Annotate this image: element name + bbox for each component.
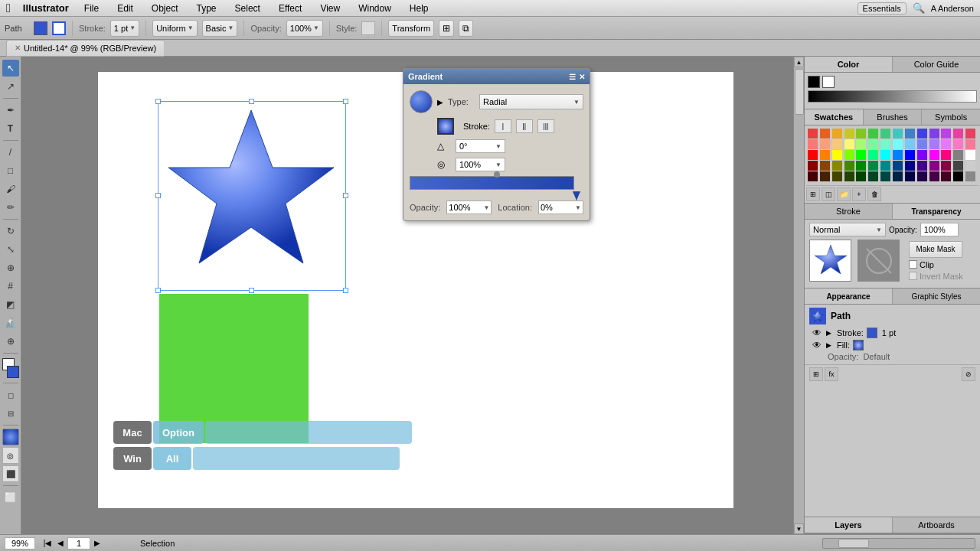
- swatch-cell[interactable]: [832, 171, 842, 181]
- swatches-tool-2[interactable]: ◫: [822, 187, 835, 201]
- screen-mode-btn[interactable]: ⊟: [2, 405, 19, 422]
- gradient-bar[interactable]: [410, 176, 574, 190]
- blend-mode-dropdown[interactable]: Normal ▼: [809, 223, 886, 236]
- swatch-cell[interactable]: [868, 161, 878, 171]
- swatch-cell[interactable]: [953, 150, 963, 160]
- opacity-dropdown[interactable]: 100% ▼: [286, 20, 323, 37]
- pen-tool[interactable]: ✒: [2, 102, 19, 119]
- swatches-tool-1[interactable]: ⊞: [806, 187, 820, 201]
- handle-mr[interactable]: [343, 193, 348, 198]
- swatch-cell[interactable]: [965, 150, 975, 160]
- blend-tool[interactable]: ⊕: [2, 259, 19, 276]
- swatch-cell[interactable]: [929, 139, 939, 149]
- black-swatch[interactable]: [808, 76, 820, 88]
- swatch-cell[interactable]: [917, 161, 927, 171]
- tab-color[interactable]: Color: [805, 57, 893, 72]
- swatch-cell[interactable]: [893, 150, 903, 160]
- swatch-cell[interactable]: [844, 139, 854, 149]
- swatch-cell[interactable]: [868, 129, 878, 139]
- trans-opacity-input[interactable]: 100%: [920, 223, 959, 236]
- stroke-eye[interactable]: 👁: [812, 328, 823, 338]
- canvas-scrollbar-v[interactable]: ▲ ▼: [793, 57, 804, 534]
- swatch-cell[interactable]: [905, 129, 915, 139]
- menu-effect[interactable]: Effect: [276, 3, 305, 14]
- mesh-tool[interactable]: #: [2, 278, 19, 295]
- swatches-tool-4[interactable]: +: [852, 187, 866, 201]
- gradient-arrows[interactable]: ▶: [437, 98, 443, 106]
- swatch-cell[interactable]: [868, 171, 878, 181]
- brush-tool[interactable]: 🖌: [2, 181, 19, 197]
- tab-graphic-styles[interactable]: Graphic Styles: [893, 289, 980, 304]
- scrollbar-up-arrow[interactable]: ▲: [794, 57, 804, 67]
- fill-eye[interactable]: 👁: [812, 340, 823, 350]
- swatch-cell[interactable]: [953, 139, 963, 149]
- gradient-tool[interactable]: ◩: [2, 296, 19, 313]
- menu-window[interactable]: Window: [355, 3, 394, 14]
- gradient-location-input[interactable]: 0% ▼: [538, 201, 583, 214]
- menu-select[interactable]: Select: [232, 3, 263, 14]
- page-input[interactable]: [67, 537, 90, 549]
- handle-bl[interactable]: [155, 288, 161, 293]
- swatch-cell[interactable]: [820, 129, 830, 139]
- app-tool-2[interactable]: fx: [825, 367, 838, 381]
- gradient-panel-titlebar[interactable]: Gradient ☰ ✕: [403, 69, 590, 84]
- swatch-cell[interactable]: [868, 139, 878, 149]
- menu-edit[interactable]: Edit: [114, 3, 136, 14]
- swatch-cell[interactable]: [941, 139, 951, 149]
- gradient-stop-end[interactable]: [573, 191, 580, 201]
- type-tool[interactable]: T: [2, 120, 19, 137]
- line-tool[interactable]: /: [2, 144, 19, 161]
- stroke-triangle[interactable]: ▶: [826, 329, 834, 337]
- scrollbar-down-arrow[interactable]: ▼: [794, 523, 804, 534]
- swatch-cell[interactable]: [965, 171, 975, 181]
- swatch-cell[interactable]: [893, 129, 903, 139]
- swatch-cell[interactable]: [965, 161, 975, 171]
- tab-color-guide[interactable]: Color Guide: [893, 57, 980, 72]
- doc-close-btn[interactable]: ✕: [15, 44, 21, 52]
- menu-file[interactable]: File: [81, 3, 102, 14]
- swatch-cell[interactable]: [965, 129, 975, 139]
- h-scrollbar[interactable]: [822, 538, 975, 549]
- swatch-cell[interactable]: [832, 161, 842, 171]
- swatch-cell[interactable]: [965, 139, 975, 149]
- direct-select-tool[interactable]: ↗: [2, 78, 19, 95]
- swatch-cell[interactable]: [820, 150, 830, 160]
- swatch-cell[interactable]: [808, 171, 818, 181]
- swatch-cell[interactable]: [929, 171, 939, 181]
- select-tool[interactable]: ↖: [2, 60, 19, 77]
- tab-transparency[interactable]: Transparency: [893, 204, 980, 219]
- menu-help[interactable]: Help: [407, 3, 432, 14]
- clip-checkbox[interactable]: [909, 260, 917, 269]
- swatch-cell[interactable]: [844, 161, 854, 171]
- swatch-cell[interactable]: [856, 129, 866, 139]
- fill-triangle[interactable]: ▶: [826, 341, 834, 349]
- swatch-cell[interactable]: [917, 150, 927, 160]
- swatch-cell[interactable]: [844, 171, 854, 181]
- swatch-cell[interactable]: [953, 129, 963, 139]
- swatch-cell[interactable]: [868, 150, 878, 160]
- swatch-cell[interactable]: [820, 139, 830, 149]
- invert-checkbox[interactable]: [909, 272, 917, 280]
- angle-input[interactable]: 0° ▼: [456, 139, 505, 153]
- tab-layers[interactable]: Layers: [805, 517, 893, 533]
- align-button[interactable]: ⊞: [439, 20, 454, 37]
- stroke-btn-3[interactable]: |||: [537, 119, 554, 133]
- handle-tr[interactable]: [343, 99, 348, 104]
- swatch-cell[interactable]: [832, 150, 842, 160]
- swatch-cell[interactable]: [929, 161, 939, 171]
- swatch-cell[interactable]: [905, 161, 915, 171]
- swatch-cell[interactable]: [856, 161, 866, 171]
- swatch-cell[interactable]: [808, 139, 818, 149]
- swatch-cell[interactable]: [880, 171, 890, 181]
- swatch-cell[interactable]: [953, 171, 963, 181]
- swatches-tool-3[interactable]: 📁: [837, 187, 851, 201]
- first-page-btn[interactable]: |◀: [41, 537, 54, 549]
- artboard-tool[interactable]: ⬜: [2, 489, 19, 506]
- swatch-cell[interactable]: [880, 150, 890, 160]
- zoom-tool[interactable]: ⊕: [2, 333, 19, 350]
- swatch-cell[interactable]: [917, 139, 927, 149]
- gradient-chip[interactable]: [2, 429, 19, 445]
- swatch-cell[interactable]: [832, 139, 842, 149]
- symbol-chip2[interactable]: ⬛: [2, 465, 19, 482]
- tab-symbols[interactable]: Symbols: [922, 109, 980, 125]
